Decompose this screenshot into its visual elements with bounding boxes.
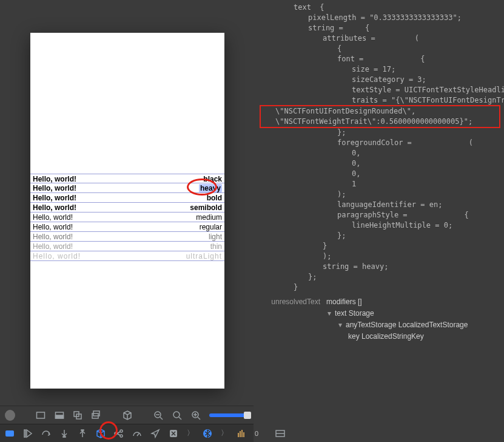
tree-row-value: ▾text Storage (326, 308, 374, 319)
weight-row[interactable]: Hello, world!regular (30, 222, 224, 232)
filter-active-icon[interactable] (5, 428, 15, 439)
weight-label: thin (210, 242, 222, 251)
inspector-line: string = heavy; (260, 262, 500, 272)
step-over-icon[interactable] (41, 428, 51, 439)
view-hierarchy-icon[interactable] (96, 428, 106, 439)
inspector-tree-row[interactable]: key LocalizedStringKey (260, 331, 500, 342)
simulator-panel: Hello, world!blackHello, world!heavyHell… (0, 0, 254, 442)
inspector-line: string = { (260, 23, 500, 33)
attribute-dump: text {pixelLength = "0.3333333333333333"… (260, 2, 500, 293)
svg-rect-12 (63, 437, 66, 437)
zoom-in-icon[interactable] (190, 410, 201, 421)
weight-row[interactable]: Hello, world!thin (30, 242, 224, 251)
warning-count: 0 (255, 430, 258, 437)
hello-label: Hello, world! (33, 223, 73, 231)
inspector-line: } (260, 282, 500, 293)
hello-label: Hello, world! (33, 252, 81, 260)
svg-rect-2 (55, 415, 63, 418)
hello-label: Hello, world! (33, 184, 76, 192)
inspector-line: }; (260, 231, 500, 241)
svg-point-16 (120, 435, 123, 437)
tree-row-value: key LocalizedStringKey (326, 332, 424, 342)
debug-toolbar: 〉 〉 0 (0, 424, 254, 442)
disclosure-triangle-icon[interactable]: ▾ (337, 320, 343, 330)
inspector-panel[interactable]: text {pixelLength = "0.3333333333333333"… (254, 0, 504, 442)
zoom-slider[interactable] (209, 413, 249, 417)
weight-row[interactable]: Hello, world!heavy (30, 183, 224, 193)
weight-row[interactable]: Hello, world!semibold (30, 203, 224, 212)
rect-outline-icon[interactable] (36, 410, 46, 421)
inspector-tree-row[interactable]: ▾text Storage (260, 308, 500, 319)
weight-label: black (203, 175, 222, 183)
cube-icon[interactable] (123, 410, 133, 421)
step-continue-icon[interactable] (23, 428, 33, 439)
inspector-line: text { (260, 2, 500, 13)
columns-icon[interactable] (237, 428, 246, 439)
weight-row[interactable]: Hello, world!ultraLight (30, 251, 224, 261)
hello-label: Hello, world! (33, 242, 73, 251)
inspector-line: ); (260, 189, 500, 200)
weight-label: ultraLight (186, 252, 222, 260)
weight-label: medium (196, 213, 222, 222)
svg-rect-13 (81, 430, 84, 430)
hello-label: Hello, world! (33, 175, 76, 183)
zoom-reset-icon[interactable] (172, 410, 182, 421)
inspector-line: pixelLength = "0.3333333333333333"; (260, 13, 500, 23)
weight-row[interactable]: Hello, world!medium (30, 212, 224, 222)
hello-label: Hello, world! (33, 194, 76, 202)
inspector-line: foregroundColor = ( (260, 138, 500, 148)
env-overrides-icon[interactable] (169, 428, 178, 439)
inspector-tree-row[interactable]: ▾anyTextStorage LocalizedTextStorage (260, 319, 500, 331)
inspector-line: sizeCategory = 3; (260, 75, 500, 85)
record-dot[interactable] (5, 410, 15, 421)
bluetooth-icon[interactable] (203, 428, 212, 439)
inspector-line: 0, (260, 148, 500, 158)
panel-toggle-icon[interactable] (275, 428, 285, 439)
inspector-line: traits = "{\"NSCTFontUIFontDesignTrait\"… (260, 95, 500, 106)
inspector-tree-row[interactable]: unresolvedTextmodifiers [] (260, 296, 500, 308)
inspector-line: } (260, 241, 500, 251)
weight-row[interactable]: Hello, world!light (30, 232, 224, 242)
svg-point-14 (115, 432, 117, 435)
windows-icon[interactable] (92, 410, 102, 421)
inspector-line: }; (260, 272, 500, 282)
inspector-line: }; (260, 127, 500, 138)
hello-label: Hello, world! (33, 233, 73, 241)
inspector-line: { (260, 44, 500, 54)
inspector-line: font = { (260, 54, 500, 64)
inspector-line: paragraphStyle = { (260, 210, 500, 220)
inspector-line: lineHeightMultiple = 0; (260, 220, 500, 231)
inspector-line: 0, (260, 158, 500, 169)
tree-row-value: modifiers [] (326, 297, 362, 307)
inspector-tree: unresolvedTextmodifiers []▾text Storage▾… (260, 296, 500, 342)
svg-point-8 (173, 412, 180, 418)
gauge-icon[interactable] (132, 428, 142, 439)
inspector-line: attributes = ( (260, 33, 500, 44)
inspector-line: 1 (260, 179, 500, 189)
weight-row[interactable]: Hello, world!black (30, 174, 224, 183)
svg-rect-0 (37, 412, 45, 418)
weight-label: light (209, 233, 222, 241)
weight-label: heavy (199, 184, 222, 192)
inspector-line: ); (260, 251, 500, 262)
step-out-icon[interactable] (78, 428, 87, 439)
weight-label: bold (207, 194, 222, 202)
inspector-line: size = 17; (260, 64, 500, 75)
hello-label: Hello, world! (33, 213, 73, 222)
svg-point-15 (120, 430, 123, 432)
tree-row-value: ▾anyTextStorage LocalizedTextStorage (326, 320, 468, 330)
graph-icon[interactable] (114, 428, 124, 439)
hello-label: Hello, world! (33, 203, 76, 212)
step-in-icon[interactable] (59, 428, 69, 439)
zoom-out-icon[interactable] (153, 410, 164, 421)
svg-rect-11 (24, 430, 25, 437)
stack-icon[interactable] (73, 410, 83, 421)
inspector-line: \"NSCTFontUIFontDesignRounded\", \"NSCTF… (260, 105, 500, 128)
tree-row-label: unresolvedText (260, 297, 320, 307)
rect-filled-icon[interactable] (55, 410, 65, 421)
weight-row[interactable]: Hello, world!bold (30, 193, 224, 203)
canvas-toolbar (0, 406, 254, 424)
preview-canvas[interactable]: Hello, world!blackHello, world!heavyHell… (30, 33, 224, 389)
disclosure-triangle-icon[interactable]: ▾ (326, 308, 332, 319)
location-icon[interactable] (150, 428, 160, 439)
